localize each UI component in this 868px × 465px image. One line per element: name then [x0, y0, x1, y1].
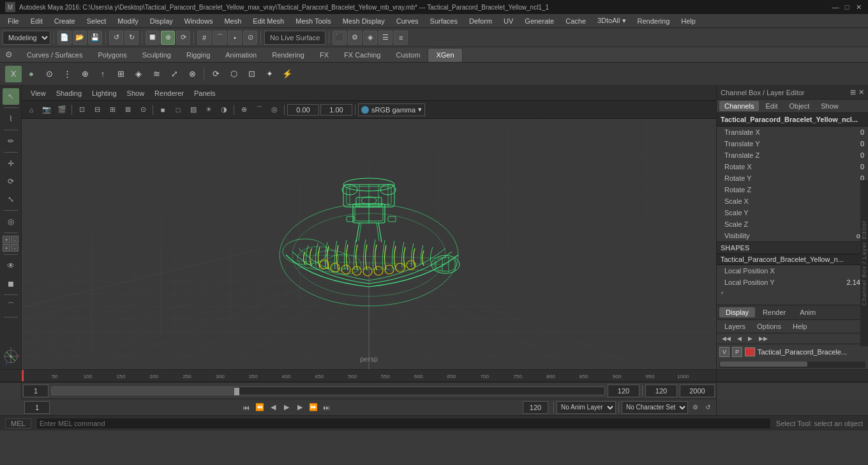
show-hide-btn[interactable]: 👁 [3, 257, 19, 274]
mode-dropdown[interactable]: Modeling [3, 31, 50, 45]
playback-speed-field[interactable] [680, 385, 715, 397]
range-slider[interactable] [51, 386, 605, 395]
timeline-ruler[interactable]: 50 100 150 200 250 300 350 400 450 500 5… [0, 369, 868, 382]
vp-tb-snap1[interactable]: ⊕ [237, 103, 251, 116]
tab-rigging[interactable]: Rigging [179, 48, 218, 62]
channel-box-content[interactable]: Tactical_Paracord_Bracelet_Yellow_ncl...… [717, 113, 868, 305]
vp-menu-renderer[interactable]: Renderer [151, 88, 188, 98]
rotate-lt-btn[interactable]: ⟳ [3, 173, 19, 190]
scale-lt-btn[interactable]: ⤡ [3, 191, 19, 208]
menu-edit[interactable]: Edit [26, 16, 48, 26]
xgen-icon4[interactable]: ⋮ [59, 66, 75, 82]
tab-curves-surfaces[interactable]: Curves / Surfaces [19, 48, 90, 62]
attr-scale-z[interactable]: Scale Z 1 [717, 218, 868, 230]
mel-input[interactable] [36, 418, 771, 429]
cb-tab-object[interactable]: Object [784, 101, 814, 111]
layer-prev-btn[interactable]: ◀◀ [719, 335, 733, 342]
xgen-icon16[interactable]: ⚡ [279, 66, 296, 82]
tabs-gear-icon[interactable]: ⚙ [3, 49, 15, 61]
vp-tb-shading3[interactable]: ▨ [186, 103, 200, 116]
no-live-surface-btn[interactable]: No Live Surface [264, 31, 326, 45]
mel-label[interactable]: MEL [5, 418, 31, 429]
attribute-editor-btn[interactable]: ≡ [394, 31, 408, 45]
vp-menu-shading[interactable]: Shading [52, 88, 86, 98]
move-lt-btn[interactable]: ✛ [3, 155, 19, 172]
range-end-field[interactable] [608, 385, 640, 397]
xgen-icon14[interactable]: ⊡ [243, 66, 260, 82]
pb-next-frame-btn[interactable]: ▶ [294, 401, 306, 414]
attr-scale-y[interactable]: Scale Y 1 [717, 207, 868, 218]
vp-tb-lighting2[interactable]: ◑ [217, 103, 231, 116]
hypershade-btn[interactable]: ◈ [363, 31, 377, 45]
xgen-icon7[interactable]: ⊞ [112, 66, 129, 82]
char-set-dropdown[interactable]: No Character Set [622, 401, 688, 414]
snap-view-btn[interactable]: ⊙ [243, 31, 257, 45]
menu-edit-mesh[interactable]: Edit Mesh [248, 16, 289, 26]
range-start-field[interactable] [23, 385, 49, 397]
char-set-settings-icon[interactable]: ⚙ [689, 402, 701, 413]
tab-custom[interactable]: Custom [389, 48, 428, 62]
disp-tab-anim[interactable]: Anim [793, 307, 822, 317]
redo-btn[interactable]: ↻ [124, 31, 138, 45]
layer-color-swatch[interactable] [745, 347, 755, 356]
xgen-icon15[interactable]: ✦ [261, 66, 278, 82]
vp-tb-xray[interactable]: ◎ [267, 103, 281, 116]
menu-display[interactable]: Display [145, 16, 178, 26]
close-btn[interactable]: ✕ [854, 3, 863, 11]
vp-menu-panels[interactable]: Panels [190, 88, 220, 98]
lasso-btn[interactable]: ⌇ [3, 111, 19, 127]
pb-step-back-btn[interactable]: ⏪ [253, 401, 266, 414]
layer-fwd-btn[interactable]: ▶ [745, 335, 755, 342]
select-btn[interactable]: ↖ [3, 88, 19, 105]
xgen-icon13[interactable]: ⬡ [225, 66, 242, 82]
xgen-icon6[interactable]: ↑ [94, 66, 111, 82]
xgen-icon12[interactable]: ⟳ [207, 66, 224, 82]
save-file-btn[interactable]: 💾 [88, 31, 102, 45]
snap-point-btn[interactable]: • [228, 31, 242, 45]
select-tool-btn[interactable]: 🔲 [146, 31, 160, 45]
snap-grid-btn[interactable]: # [197, 31, 211, 45]
cb-tab-channels[interactable]: Channels [719, 101, 759, 111]
tab-fx-caching[interactable]: FX Caching [336, 48, 388, 62]
char-set-refresh-icon[interactable]: ↺ [702, 402, 714, 413]
tab-rendering[interactable]: Rendering [264, 48, 312, 62]
ss-btn1[interactable]: + [3, 236, 10, 243]
maximize-btn[interactable]: □ [842, 3, 851, 11]
sub-tab-help[interactable]: Help [788, 321, 812, 332]
vp-tb-shading2[interactable]: □ [171, 103, 185, 116]
ss-btn4[interactable]: - [11, 244, 19, 252]
xgen-icon5[interactable]: ⊕ [77, 66, 93, 82]
xgen-icon8[interactable]: ◈ [130, 66, 147, 82]
menu-mesh-tools[interactable]: Mesh Tools [290, 16, 336, 26]
pb-play-btn[interactable]: ▶ [280, 401, 293, 414]
menu-uv[interactable]: UV [498, 16, 518, 26]
menu-3dto-all[interactable]: 3DtoAll ▾ [592, 15, 631, 26]
tab-polygons[interactable]: Polygons [90, 48, 134, 62]
vp-tb-home[interactable]: ⌂ [24, 103, 38, 116]
tab-fx[interactable]: FX [312, 48, 336, 62]
cb-tab-show[interactable]: Show [816, 101, 844, 111]
move-tool-btn[interactable]: ⊕ [161, 31, 175, 45]
render-btn[interactable]: ⬛ [333, 31, 347, 45]
render-settings-btn[interactable]: ⚙ [348, 31, 362, 45]
menu-rendering[interactable]: Rendering [632, 16, 675, 26]
gamma-dropdown[interactable]: sRGB gamma ▾ [358, 103, 425, 116]
tab-xgen[interactable]: XGen [428, 48, 462, 62]
attr-rotate-y[interactable]: Rotate Y 0 [717, 172, 868, 184]
rp-expand-btn[interactable]: ⊞ [850, 88, 856, 96]
vp-tb-snap2[interactable]: ⌒ [252, 103, 266, 116]
menu-select[interactable]: Select [82, 16, 112, 26]
xgen-icon1[interactable]: X [5, 66, 22, 82]
vp-menu-lighting[interactable]: Lighting [88, 88, 121, 98]
sub-tab-layers[interactable]: Layers [719, 321, 751, 332]
rp-close-btn[interactable]: ✕ [858, 88, 864, 96]
menu-surfaces[interactable]: Surfaces [425, 16, 463, 26]
cb-tab-edit[interactable]: Edit [760, 101, 782, 111]
timeline-track[interactable]: 50 100 150 200 250 300 350 400 450 500 5… [22, 369, 716, 382]
vp-tb-sel4[interactable]: ⊠ [121, 103, 135, 116]
vp-tb-lighting1[interactable]: ☀ [202, 103, 216, 116]
vp-tb-sel5[interactable]: ⊙ [136, 103, 150, 116]
ss-btn2[interactable]: - [11, 236, 19, 243]
vp-menu-show[interactable]: Show [123, 88, 149, 98]
vp-tb-sel2[interactable]: ⊟ [90, 103, 104, 116]
